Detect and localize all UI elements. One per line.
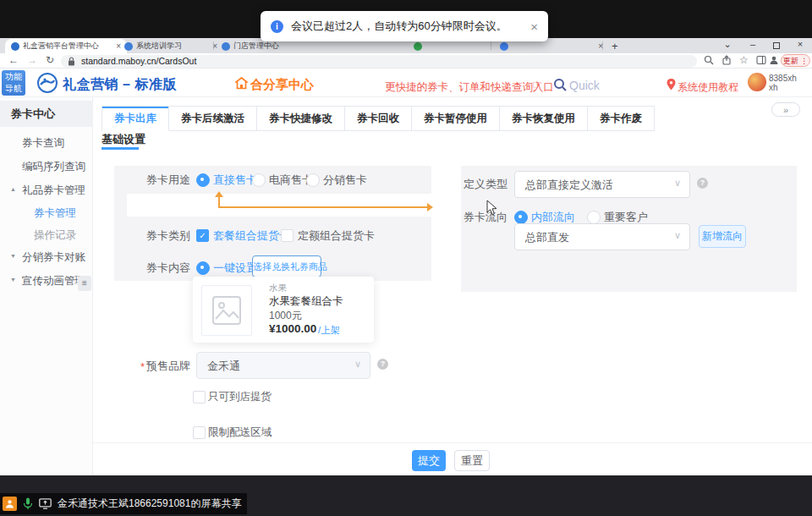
microphone-icon — [23, 497, 33, 510]
window-restore-icon[interactable] — [773, 42, 780, 49]
subtab-underline — [102, 147, 139, 150]
sidebar-collapse-handle[interactable]: ≡ — [78, 276, 91, 291]
sidebar-item-gift-card-mgmt[interactable]: 礼品券卡管理 — [22, 184, 85, 198]
window-minimize-icon[interactable]: – — [744, 38, 761, 52]
sidebar-item-op-log[interactable]: 操作记录 — [34, 228, 76, 243]
category-label: 券卡类别 — [127, 228, 190, 244]
url-text: standard.maboy.cn/CardsOut — [81, 56, 196, 66]
window-close-icon[interactable]: × — [792, 38, 809, 52]
checkbox-limit-region-label[interactable]: 限制配送区域 — [208, 425, 272, 440]
reload-icon[interactable]: ↻ — [46, 54, 54, 66]
radio-one-click-setup[interactable] — [196, 261, 210, 275]
tab-card-outbound[interactable]: 券卡出库 — [102, 107, 169, 131]
main-tab-bar: 券卡出库 券卡后续激活 券卡快捷修改 券卡回收 券卡暂停使用 券卡恢复使用 券卡… — [102, 106, 655, 131]
side-panel-icon[interactable] — [756, 55, 766, 65]
radio-distribution-sale[interactable] — [306, 173, 320, 187]
forward-icon[interactable]: → — [27, 54, 37, 66]
collapse-panel-button[interactable]: » — [771, 102, 800, 117]
tab-card-void[interactable]: 券卡作废 — [588, 107, 654, 131]
toast-close-icon[interactable]: × — [530, 20, 538, 33]
caret-up-icon: ▲ — [10, 186, 16, 192]
app-title: 礼盒营销 – 标准版 — [63, 76, 177, 94]
main-content: 券卡出库 券卡后续激活 券卡快捷修改 券卡回收 券卡暂停使用 券卡恢复使用 券卡… — [93, 97, 812, 475]
flow-select[interactable]: 总部直发 ∨ — [514, 223, 690, 250]
caret-down-icon: ▼ — [10, 277, 16, 283]
checkbox-fixed-card-label[interactable]: 定额组合提货卡 — [298, 228, 375, 244]
checkbox-store-pickup[interactable] — [193, 391, 206, 403]
radio-vip-customer[interactable] — [587, 211, 601, 224]
screen-share-icon — [39, 498, 52, 509]
function-nav-toggle[interactable]: 功能导航 — [2, 70, 25, 96]
tab-card-quick-edit[interactable]: 券卡快捷修改 — [257, 107, 345, 131]
browser-update-button[interactable]: 更新 ⋮ — [781, 54, 810, 67]
radio-direct-sale-label[interactable]: 直接售卡 — [213, 173, 257, 188]
checkbox-combo-card-label[interactable]: 套餐组合提货卡 — [213, 228, 290, 244]
sidebar-item-animation[interactable]: 宣传动画管理 — [22, 274, 85, 288]
tab-title: 系统培训学习 — [136, 41, 207, 52]
product-status-link[interactable]: /上架 — [318, 324, 340, 337]
quick-search-icon[interactable] — [553, 78, 567, 91]
new-tab-button[interactable]: + — [606, 39, 631, 53]
define-type-help-icon[interactable]: ? — [697, 178, 708, 189]
sidebar-item-distribution[interactable]: 分销券卡对账 — [22, 250, 85, 265]
annotation-arrowhead-right — [427, 203, 433, 211]
share-icon[interactable] — [721, 55, 732, 65]
brand-label: 预售品牌 — [127, 359, 190, 374]
chevron-down-icon: ∨ — [674, 230, 681, 241]
tab-favicon — [414, 42, 422, 51]
mouse-cursor — [486, 200, 497, 216]
app-logo-icon — [37, 73, 58, 93]
checkbox-store-pickup-label[interactable]: 只可到店提货 — [208, 390, 272, 404]
define-type-select[interactable]: 总部直接定义激活 ∨ — [514, 171, 690, 198]
tab-card-resume[interactable]: 券卡恢复使用 — [500, 107, 588, 131]
user-name: xh — [769, 83, 778, 92]
subtab-basic-settings[interactable]: 基础设置 — [102, 132, 145, 147]
browser-tab-training[interactable]: 系统培训学习 × — [118, 39, 223, 53]
window-menu-icon[interactable]: ⌄ — [719, 38, 736, 52]
product-spec: 1000元 — [269, 309, 302, 323]
back-icon[interactable]: ← — [8, 54, 19, 66]
product-price: ¥1000.00 — [269, 322, 316, 335]
product-category: 水果 — [269, 283, 287, 294]
location-pin-icon — [667, 79, 676, 91]
brand-help-icon[interactable]: ? — [377, 359, 388, 370]
user-avatar[interactable] — [748, 73, 766, 91]
product-image-placeholder — [201, 285, 252, 336]
tab-card-activate[interactable]: 券卡后续激活 — [169, 107, 257, 131]
radio-internal-flow[interactable] — [514, 211, 528, 224]
zoom-icon[interactable] — [704, 55, 714, 65]
flow-label: 券卡流向 — [457, 210, 508, 225]
meeting-toast: i 会议已超过2人，自动转为60分钟限时会议。 × — [261, 11, 548, 41]
add-flow-button[interactable]: 新增流向 — [699, 225, 746, 248]
sidebar-item-card-query[interactable]: 券卡查询 — [22, 136, 64, 151]
quick-link[interactable]: Quick — [569, 79, 600, 92]
annotation-eraser-band — [127, 194, 442, 217]
radio-direct-sale[interactable] — [196, 173, 210, 187]
submit-button[interactable]: 提交 — [412, 450, 446, 471]
tab-card-pause[interactable]: 券卡暂停使用 — [412, 107, 500, 131]
profile-icon[interactable] — [769, 55, 779, 65]
caret-down-icon: ▼ — [10, 253, 16, 259]
tutorial-link[interactable]: 系统使用教程 — [678, 80, 738, 95]
footer-divider — [93, 442, 812, 443]
product-card: 水果 水果套餐组合卡 1000元 ¥1000.00 /上架 — [193, 277, 374, 343]
radio-distribution-sale-label[interactable]: 分销售卡 — [323, 173, 367, 188]
radio-one-click-setup-label[interactable]: 一键设置 — [213, 261, 257, 276]
checkbox-limit-region[interactable] — [193, 426, 206, 439]
product-name: 水果套餐组合卡 — [269, 294, 343, 309]
share-center-link[interactable]: 合分享中心 — [250, 77, 314, 93]
tab-title: 门店管理中心 — [233, 41, 313, 52]
sidebar-item-card-mgmt[interactable]: 券卡管理 — [34, 206, 76, 221]
reset-button[interactable]: 重置 — [454, 450, 490, 471]
checkbox-fixed-card[interactable] — [281, 229, 294, 242]
browser-tab-main[interactable]: 礼盒营销平台管理中心 × — [5, 39, 127, 53]
bookmark-star-icon[interactable]: ☆ — [739, 54, 749, 66]
tab-favicon — [500, 42, 508, 51]
radio-ecommerce-sale[interactable] — [252, 173, 266, 187]
choose-goods-button[interactable]: 选择兑换礼券商品 — [252, 255, 321, 277]
checkbox-combo-card[interactable]: ✓ — [196, 229, 209, 242]
tab-card-recycle[interactable]: 券卡回收 — [345, 107, 412, 131]
brand-select[interactable]: 金禾通 ∨ — [196, 352, 370, 379]
sidebar-item-code-query[interactable]: 编码序列查询 — [22, 160, 85, 174]
toast-message: 会议已超过2人，自动转为60分钟限时会议。 — [291, 19, 523, 34]
